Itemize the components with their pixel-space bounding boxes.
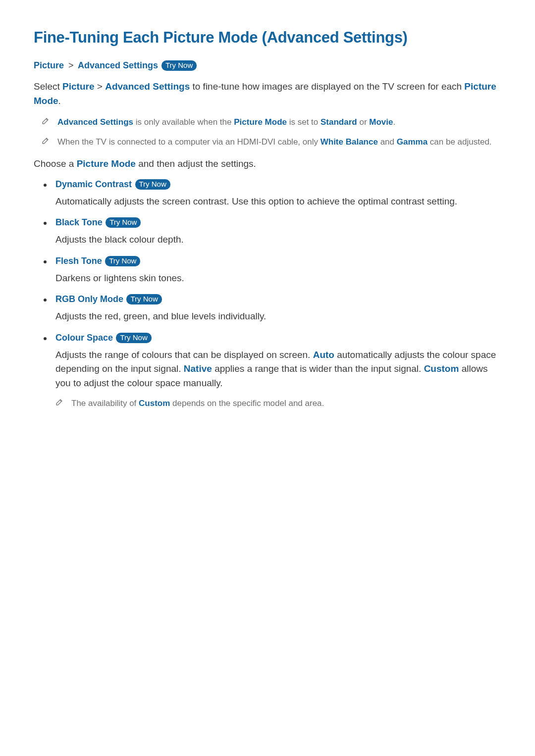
setting-name: RGB Only Mode [55,294,123,304]
list-item: Colour Space Try NowAdjusts the range of… [44,333,501,410]
try-now-button[interactable]: Try Now [135,179,170,190]
setting-head: Dynamic Contrast Try Now [55,179,501,190]
accent-term: White Balance [321,137,378,147]
setting-desc: Adjusts the black colour depth. [55,233,501,247]
list-item: RGB Only Mode Try NowAdjusts the red, gr… [44,294,501,324]
list-item: Dynamic Contrast Try NowAutomatically ad… [44,179,501,209]
note-row: When the TV is connected to a computer v… [42,136,501,149]
accent-term: Gamma [397,137,428,147]
breadcrumb-advanced-settings[interactable]: Advanced Settings [78,60,158,70]
setting-head: Flesh Tone Try Now [55,256,501,266]
setting-head: RGB Only Mode Try Now [55,294,501,304]
note-icon [42,137,51,147]
note-icon [55,398,64,408]
link-advanced-settings[interactable]: Advanced Settings [105,81,190,92]
link-picture[interactable]: Picture [62,81,94,92]
notes-block: Advanced Settings is only available when… [34,116,501,148]
sub-note-text: The availability of Custom depends on th… [71,397,324,410]
accent-term: Custom [424,363,459,374]
setting-desc: Automatically adjusts the screen contras… [55,195,501,209]
setting-name: Flesh Tone [55,256,102,266]
breadcrumb-picture[interactable]: Picture [34,60,64,70]
term-picture-mode: Picture Mode [77,158,136,169]
choose-line: Choose a Picture Mode and then adjust th… [34,157,501,171]
list-item: Black Tone Try NowAdjusts the black colo… [44,217,501,247]
breadcrumb: Picture > Advanced Settings Try Now [34,60,501,71]
setting-name: Black Tone [55,217,103,227]
list-item: Flesh Tone Try NowDarkens or lightens sk… [44,256,501,286]
accent-term: Advanced Settings [57,117,133,127]
intro-paragraph: Select Picture > Advanced Settings to fi… [34,80,501,108]
accent-term: Standard [321,117,357,127]
breadcrumb-sep: > [68,60,74,70]
note-row: Advanced Settings is only available when… [42,116,501,129]
try-now-button[interactable]: Try Now [126,294,161,304]
setting-desc: Darkens or lightens skin tones. [55,271,501,286]
accent-term: Picture Mode [234,117,287,127]
accent-term: Native [184,363,212,374]
sub-note: The availability of Custom depends on th… [55,397,501,410]
accent-term: Auto [313,350,334,360]
try-now-button[interactable]: Try Now [105,256,140,266]
accent-term: Custom [139,399,170,408]
setting-desc: Adjusts the red, green, and blue levels … [55,309,501,324]
page-title: Fine-Tuning Each Picture Mode (Advanced … [34,29,501,47]
try-now-button[interactable]: Try Now [106,217,141,228]
setting-name: Dynamic Contrast [55,179,132,189]
setting-head: Colour Space Try Now [55,333,501,343]
note-text: Advanced Settings is only available when… [57,116,395,129]
setting-head: Black Tone Try Now [55,217,501,228]
try-now-button[interactable]: Try Now [161,60,197,71]
settings-list: Dynamic Contrast Try NowAutomatically ad… [34,179,501,410]
try-now-button[interactable]: Try Now [116,333,151,343]
note-text: When the TV is connected to a computer v… [57,136,492,149]
note-icon [42,117,51,127]
accent-term: Movie [369,117,393,127]
setting-desc: Adjusts the range of colours that can be… [55,348,501,391]
setting-name: Colour Space [55,333,113,343]
